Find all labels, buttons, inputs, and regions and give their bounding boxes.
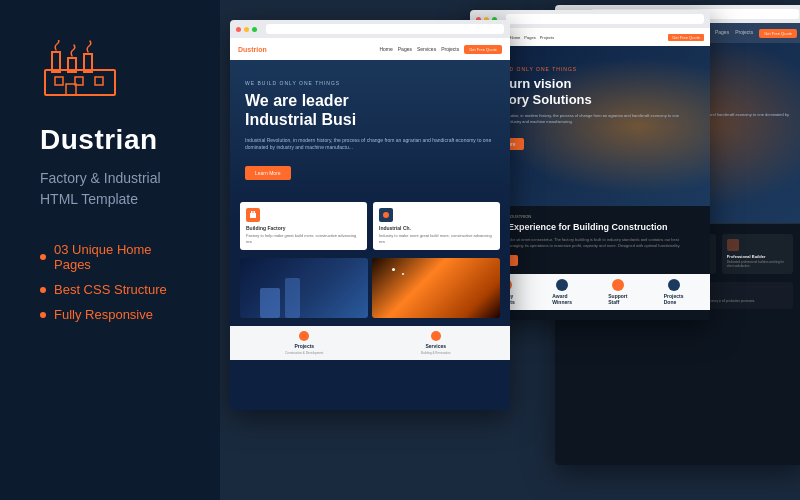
section-2-title: Great Experience for Building Constructi… xyxy=(482,222,698,232)
mini-card-2: Industrial Ch. Industry to make more gre… xyxy=(373,202,500,249)
nav3-projects: Projects xyxy=(735,29,753,38)
hero-desc-1: Industrial Revolution, in modern history… xyxy=(245,137,495,151)
stat-icon-2-4 xyxy=(668,279,680,291)
hero-small-1: WE BUILD ONLY ONE THINGS xyxy=(245,80,495,86)
nav-item-services-1: Services xyxy=(417,46,436,52)
hero-section-1: WE BUILD ONLY ONE THINGS We are leader I… xyxy=(230,60,510,202)
hero-2-title: We turn vision Factory Solutions xyxy=(482,76,698,107)
feature-label-1: 03 Unique Home Pages xyxy=(54,242,190,272)
cards-row-1: Building Factory Factory to help make gr… xyxy=(230,202,510,249)
feature-dot-1 xyxy=(40,254,46,260)
nav2-pages: Pages xyxy=(524,35,535,40)
nav-item-home-1: Home xyxy=(379,46,392,52)
browser-bar-1 xyxy=(230,20,510,38)
feature-item-2: Best CSS Structure xyxy=(40,282,190,297)
section-3-card-3: Professional Builder Dedicated professio… xyxy=(722,234,793,274)
right-panel: Dustrion Home Pages Services Projects Ge… xyxy=(220,0,800,500)
feature-label-3: Fully Responsive xyxy=(54,307,153,322)
feature-label-2: Best CSS Structure xyxy=(54,282,167,297)
hero-btn-1[interactable]: Learn More xyxy=(245,166,291,180)
nav-btn-2[interactable]: Get Free Quote xyxy=(668,34,704,41)
feature-dot-3 xyxy=(40,312,46,318)
browser-dot-yellow-1 xyxy=(244,27,249,32)
mini-card-1: Building Factory Factory to help make gr… xyxy=(240,202,367,249)
svg-rect-4 xyxy=(55,77,63,85)
stats-number-1: Projects xyxy=(294,343,314,349)
stat-2-4: ProjectsDone xyxy=(647,279,700,305)
brand-title: Dustrian xyxy=(40,124,190,156)
mockup-1: Dustrion Home Pages Services Projects Ge… xyxy=(230,20,510,410)
mini-card-icon-1 xyxy=(246,208,260,222)
section-2-text: Lorem ipsum dolor sit amet consectetur. … xyxy=(482,237,698,248)
factory-icon xyxy=(40,40,120,100)
features-list: 03 Unique Home Pages Best CSS Structure … xyxy=(40,242,190,322)
section-3-text-3: Dedicated professional builders working … xyxy=(727,261,788,269)
inner-nav-items-1: Home Pages Services Projects Get Free Qu… xyxy=(379,45,502,54)
stats-label-2: Building & Renovation xyxy=(421,351,451,355)
nav2-projects: Projects xyxy=(540,35,554,40)
nav-btn-1[interactable]: Get Free Quote xyxy=(464,45,502,54)
browser-dot-green-1 xyxy=(252,27,257,32)
svg-point-11 xyxy=(383,212,389,218)
svg-rect-6 xyxy=(95,77,103,85)
nav2-home: Home xyxy=(510,35,521,40)
stat-icon-2-3 xyxy=(612,279,624,291)
stats-item-2: Services Building & Renovation xyxy=(372,331,501,355)
feature-item-1: 03 Unique Home Pages xyxy=(40,242,190,272)
nav-item-pages-1: Pages xyxy=(398,46,412,52)
section-2-small: WELCOME TO DUSTRION xyxy=(482,214,698,219)
stat-icon-2-2 xyxy=(556,279,568,291)
stat-2-2: AwardWinners xyxy=(536,279,589,305)
img-industrial-2 xyxy=(372,258,500,318)
stat-val-2-2: AwardWinners xyxy=(552,293,572,305)
mini-card-text-2: Industry to make more great build more, … xyxy=(379,233,494,243)
inner-nav-1: Dustrion Home Pages Services Projects Ge… xyxy=(230,38,510,60)
stat-val-2-4: ProjectsDone xyxy=(664,293,684,305)
browser-dot-red-1 xyxy=(236,27,241,32)
stats-label-1: Construction & Development xyxy=(285,351,323,355)
mockup-bottom-icons-1: Projects Construction & Development Serv… xyxy=(230,326,510,360)
mini-card-title-1: Building Factory xyxy=(246,225,361,231)
stats-icon-2 xyxy=(431,331,441,341)
inner-logo-1: Dustrion xyxy=(238,46,267,53)
main-container: Dustrian Factory & Industrial HTML Templ… xyxy=(0,0,800,500)
img-industrial-1 xyxy=(240,258,368,318)
section-3-title-3: Professional Builder xyxy=(727,254,788,259)
inner-nav-items-2: Home Pages Projects xyxy=(510,35,554,40)
hero-2-desc: Industrial Revolution, in modern history… xyxy=(482,113,698,124)
stats-number-2: Services xyxy=(425,343,446,349)
mini-card-text-1: Factory to help make great build more, c… xyxy=(246,233,361,243)
browser-address-2 xyxy=(506,14,704,24)
nav-item-projects-1: Projects xyxy=(441,46,459,52)
mockup-content-1: Dustrion Home Pages Services Projects Ge… xyxy=(230,38,510,410)
hero-title-1: We are leader Industrial Busi xyxy=(245,91,495,129)
browser-address-1 xyxy=(266,24,504,34)
svg-rect-8 xyxy=(250,213,256,218)
nav-btn-3[interactable]: Get Free Quote xyxy=(759,29,797,38)
stats-icon-1 xyxy=(299,331,309,341)
feature-dot-2 xyxy=(40,287,46,293)
stats-item-1: Projects Construction & Development xyxy=(240,331,369,355)
left-panel: Dustrian Factory & Industrial HTML Templ… xyxy=(0,0,220,500)
nav3-pages: Pages xyxy=(715,29,729,38)
mini-card-icon-2 xyxy=(379,208,393,222)
hero-2-small: WE BUILD ONLY ONE THINGS xyxy=(482,66,698,72)
section-3-icon-3 xyxy=(727,239,739,251)
stat-2-3: SupportStaff xyxy=(592,279,645,305)
mini-card-title-2: Industrial Ch. xyxy=(379,225,494,231)
mockup-1-images xyxy=(230,250,510,326)
svg-rect-9 xyxy=(251,211,253,214)
feature-item-3: Fully Responsive xyxy=(40,307,190,322)
svg-rect-10 xyxy=(254,211,256,214)
brand-subtitle: Factory & Industrial HTML Template xyxy=(40,168,190,210)
inner-nav-items-3: Home Pages Projects Get Free Quote xyxy=(696,29,797,38)
stat-val-2-3: SupportStaff xyxy=(608,293,627,305)
